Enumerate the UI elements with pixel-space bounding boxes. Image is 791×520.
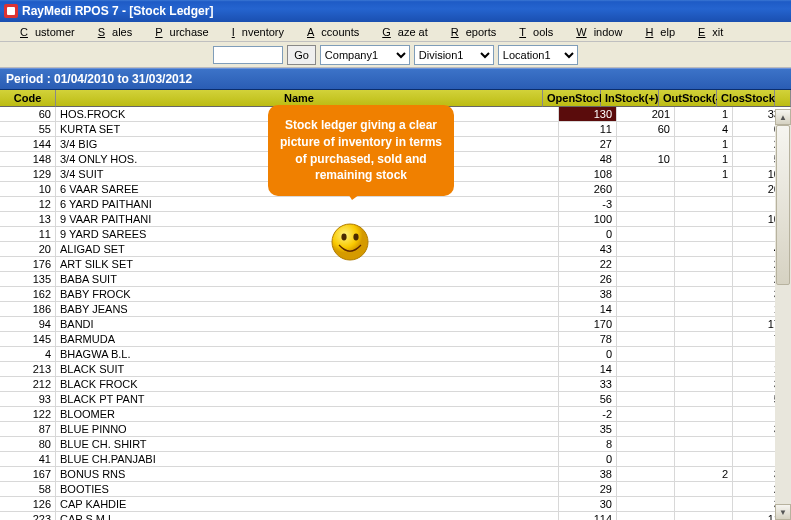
table-row[interactable]: 60HOS.FROCK1302011330 (0, 107, 791, 122)
cell (617, 332, 675, 346)
cell: -2 (559, 407, 617, 421)
menu-purchase[interactable]: Purchase (141, 24, 215, 40)
table-row[interactable]: 55KURTA SET1160467 (0, 122, 791, 137)
col-header-closstock[interactable]: ClosStock (717, 90, 775, 107)
table-row[interactable]: 126CAP KAHDIE3030 (0, 497, 791, 512)
table-row[interactable]: 126 YARD PAITHANI-3-3 (0, 197, 791, 212)
menu-accounts[interactable]: Accounts (293, 24, 366, 40)
cell: 13 (0, 212, 56, 226)
cell: BLOOMER (56, 407, 559, 421)
window-titlebar: RayMedi RPOS 7 - [Stock Ledger] (0, 0, 791, 22)
table-row[interactable]: 213BLACK SUIT1414 (0, 362, 791, 377)
cell: 35 (559, 422, 617, 436)
cell (675, 347, 733, 361)
menu-inventory[interactable]: Inventory (218, 24, 291, 40)
cell: BLACK FROCK (56, 377, 559, 391)
window-title: RayMedi RPOS 7 - [Stock Ledger] (22, 4, 213, 18)
vertical-scrollbar[interactable]: ▲ ▼ (775, 109, 791, 520)
table-row[interactable]: 93BLACK PT PANT5656 (0, 392, 791, 407)
grid-rows[interactable]: 60HOS.FROCK130201133055KURTA SET11604671… (0, 107, 791, 520)
toolbar: Go Company1 Division1 Location1 (0, 42, 791, 68)
search-input[interactable] (213, 46, 283, 64)
cell: BOOTIES (56, 482, 559, 496)
scroll-up-button[interactable]: ▲ (775, 109, 791, 125)
table-row[interactable]: 167BONUS RNS38236 (0, 467, 791, 482)
table-row[interactable]: 223CAP S,M,L,114114 (0, 512, 791, 520)
cell (617, 167, 675, 181)
menu-tools[interactable]: Tools (505, 24, 560, 40)
menubar: Customer Sales Purchase Inventory Accoun… (0, 22, 791, 42)
table-row[interactable]: 106 VAAR SAREE260260 (0, 182, 791, 197)
cell (617, 182, 675, 196)
menu-sales[interactable]: Sales (84, 24, 140, 40)
cell: 3/4 SUIT (56, 167, 559, 181)
scroll-down-button[interactable]: ▼ (775, 504, 791, 520)
cell (675, 302, 733, 316)
cell: 3/4 ONLY HOS. (56, 152, 559, 166)
menu-help[interactable]: Help (631, 24, 682, 40)
cell: 58 (0, 482, 56, 496)
cell: 0 (559, 227, 617, 241)
cell: 162 (0, 287, 56, 301)
go-button[interactable]: Go (287, 45, 316, 65)
cell: 1 (675, 137, 733, 151)
cell: 11 (559, 122, 617, 136)
table-row[interactable]: 4BHAGWA B.L.00 (0, 347, 791, 362)
table-row[interactable]: 139 VAAR PAITHANI100100 (0, 212, 791, 227)
company-select[interactable]: Company1 (320, 45, 410, 65)
cell: BARMUDA (56, 332, 559, 346)
col-header-instock[interactable]: InStock(+) (601, 90, 659, 107)
cell: 126 (0, 497, 56, 511)
table-row[interactable]: 20ALIGAD SET4343 (0, 242, 791, 257)
menu-reports[interactable]: Reports (437, 24, 504, 40)
menu-window[interactable]: Window (562, 24, 629, 40)
col-header-code[interactable]: Code (0, 90, 56, 107)
table-row[interactable]: 212BLACK FROCK3333 (0, 377, 791, 392)
col-header-openstock[interactable]: OpenStock (543, 90, 601, 107)
cell: 2 (675, 467, 733, 481)
table-row[interactable]: 145BARMUDA7878 (0, 332, 791, 347)
cell (675, 437, 733, 451)
table-row[interactable]: 87BLUE PINNO3535 (0, 422, 791, 437)
cell (675, 242, 733, 256)
table-row[interactable]: 41BLUE CH.PANJABI00 (0, 452, 791, 467)
col-header-scroll-spacer (775, 90, 791, 107)
cell: 6 VAAR SAREE (56, 182, 559, 196)
cell: 1 (675, 107, 733, 121)
cell: 130 (559, 107, 617, 121)
table-row[interactable]: 1483/4 ONLY HOS.4810157 (0, 152, 791, 167)
division-select[interactable]: Division1 (414, 45, 494, 65)
table-row[interactable]: 176ART SILK SET2222 (0, 257, 791, 272)
cell (675, 212, 733, 226)
table-row[interactable]: 135BABA SUIT2626 (0, 272, 791, 287)
col-header-outstock[interactable]: OutStock(-) (659, 90, 717, 107)
table-row[interactable]: 58BOOTIES2929 (0, 482, 791, 497)
table-row[interactable]: 186BABY JEANS1414 (0, 302, 791, 317)
cell: 43 (559, 242, 617, 256)
location-select[interactable]: Location1 (498, 45, 578, 65)
table-row[interactable]: 1443/4 BIG27126 (0, 137, 791, 152)
cell: 94 (0, 317, 56, 331)
app-icon (4, 4, 18, 18)
col-header-name[interactable]: Name (56, 90, 543, 107)
cell (675, 497, 733, 511)
table-row[interactable]: 1293/4 SUIT1081107 (0, 167, 791, 182)
cell: 56 (559, 392, 617, 406)
cell: ALIGAD SET (56, 242, 559, 256)
stock-ledger-grid: Code Name OpenStock InStock(+) OutStock(… (0, 90, 791, 520)
cell (617, 392, 675, 406)
table-row[interactable]: 80BLUE CH. SHIRT88 (0, 437, 791, 452)
table-row[interactable]: 94BANDI170170 (0, 317, 791, 332)
table-row[interactable]: 162BABY FROCK3838 (0, 287, 791, 302)
table-row[interactable]: 119 YARD SAREES00 (0, 227, 791, 242)
cell: BLACK PT PANT (56, 392, 559, 406)
cell (675, 392, 733, 406)
menu-exit[interactable]: Exit (684, 24, 730, 40)
cell: 1 (675, 167, 733, 181)
scroll-thumb[interactable] (776, 125, 790, 285)
table-row[interactable]: 122BLOOMER-2-2 (0, 407, 791, 422)
cell: 170 (559, 317, 617, 331)
period-bar: Period : 01/04/2010 to 31/03/2012 (0, 68, 791, 90)
menu-gaze-at[interactable]: Gaze at (368, 24, 435, 40)
menu-customer[interactable]: Customer (6, 24, 82, 40)
